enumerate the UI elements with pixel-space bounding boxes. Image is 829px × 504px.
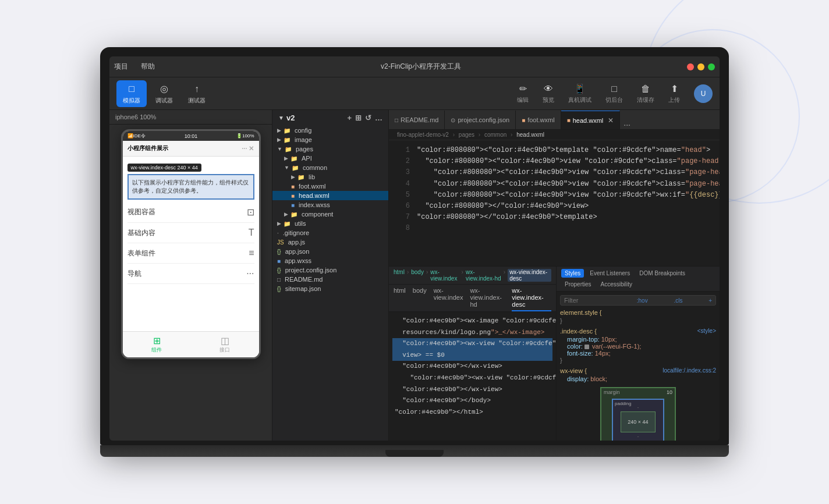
elem-wx-view-index[interactable]: wx-view.index [430,269,459,282]
prop-margin-top: margin-top: [567,336,600,343]
phone-menu-icon[interactable]: ··· ✕ [242,145,254,152]
elem-body[interactable]: body [411,269,424,282]
tab-close-head[interactable]: ✕ [608,116,614,125]
status-right: 🔋100% [236,133,254,139]
code-line-1: 1"color:#808080"><"color:#4ec9b0">templa… [389,145,720,156]
val-display: block; [590,375,607,382]
tree-item-pages[interactable]: ▼📁pages [272,144,388,154]
tree-item-API[interactable]: ▶📁API [272,154,388,163]
box-size: 240 × 44 [621,411,656,432]
minimize-button[interactable] [697,63,704,70]
style-rule-wx-view: wx-view { localfile:/.index.css:2 displa… [560,367,716,382]
file-tree-root: ▼ v2 + ⊞ ↺ … [272,110,388,126]
html-tab-wx-view-index[interactable]: wx-view.index [434,285,463,311]
tree-item-README-md[interactable]: □README.md [272,275,388,284]
style-source-link[interactable]: <style> [697,328,716,336]
preview-label: 预览 [543,96,554,104]
tree-item-lib[interactable]: ▶📁lib [272,172,388,182]
html-line-6: "color:#4ec9b0"></wx-view> [392,384,552,396]
tree-item--gitignore[interactable]: ·.gitignore [272,228,388,237]
tab-icon-head: ■ [567,117,571,123]
close-button[interactable] [687,63,694,70]
code-line-3: 3 "color:#808080"><"color:#4ec9b0">view … [389,167,720,178]
tree-item-sitemap-json[interactable]: {}sitemap.json [272,284,388,293]
wxml-icon: ■ [291,183,295,190]
elem-html[interactable]: html [394,269,405,282]
val-margin-top: 10px; [601,336,617,343]
styles-filter-input[interactable] [564,297,611,304]
tree-item-component[interactable]: ▶📁component [272,210,388,219]
code-editor[interactable]: 1"color:#808080"><"color:#4ec9b0">templa… [389,140,720,266]
wx-view-source[interactable]: localfile:/.index.css:2 [663,367,716,375]
styles-tab-accessibility[interactable]: Accessibility [597,280,636,289]
pseudo-cls[interactable]: .cls [674,297,682,304]
tree-item-head-wxml[interactable]: ■head.wxml [272,191,388,200]
tab-more[interactable]: ··· [620,120,634,129]
tab-foot-wxml[interactable]: ■ foot.wxml [516,111,561,129]
tree-item-app-js[interactable]: JSapp.js [272,237,388,247]
simulator-button[interactable]: □ 模拟器 [116,80,147,107]
tree-item-label: index.wxss [299,201,330,208]
device-debug-label: 真机调试 [568,96,591,104]
menu-project[interactable]: 项目 [114,62,128,72]
action-background[interactable]: □ 切后台 [601,81,628,107]
action-preview[interactable]: 👁 预览 [538,81,559,107]
elem-wx-view-index-hd[interactable]: wx-view.index-hd [466,269,501,282]
debugger-button[interactable]: ◎ 调试器 [149,80,179,107]
action-device-debug[interactable]: 📱 真机调试 [564,81,596,107]
action-clear-cache[interactable]: 🗑 清缓存 [632,81,659,107]
html-tab-body[interactable]: body [413,285,427,311]
new-folder-icon[interactable]: ⊞ [355,113,362,122]
styles-content: :hov .cls + element.style { } [557,292,720,441]
styles-tab-props[interactable]: Properties [561,280,595,289]
window-controls [687,63,715,70]
clear-cache-icon: 🗑 [640,83,651,95]
action-edit[interactable]: ✏ 编辑 [512,81,533,107]
html-tab-wx-view-desc[interactable]: wx-view.index-desc [512,285,551,311]
styles-tab-styles[interactable]: Styles [561,269,584,278]
html-code-panel: "color:#4ec9b0"><wx-image "color:#9cdcfe… [389,312,556,441]
tree-item-foot-wxml[interactable]: ■foot.wxml [272,182,388,191]
tab-project-config[interactable]: ⊙ project.config.json [445,111,516,129]
tree-item-utils[interactable]: ▶📁utils [272,219,388,228]
pseudo-hov[interactable]: :hov [637,297,648,304]
style-close-index-desc: } [560,357,716,364]
section-icon-3: ··· [246,268,254,279]
tree-item-label: API [302,155,312,162]
tree-item-image[interactable]: ▶📁image [272,135,388,144]
tab-readme[interactable]: □ README.md [389,111,445,129]
root-label[interactable]: v2 [286,113,295,122]
style-selector-element: element.style { [560,309,716,316]
highlighted-text: 以下指展示小程序官方组件能力，组件样式仅供参考，自定义供供参考。 [132,179,250,195]
elem-wx-view-index-desc[interactable]: wx-view.index-desc [508,269,551,282]
html-tab-html[interactable]: html [394,285,406,311]
nav-item-components[interactable]: ⊞ 组件 [123,334,191,355]
tree-item-index-wxss[interactable]: ■index.wxss [272,200,388,210]
user-avatar[interactable]: U [694,84,713,103]
pseudo-add[interactable]: + [708,297,712,304]
wxss-icon: ■ [291,202,295,208]
components-icon: ⊞ [153,335,161,346]
collapse-icon[interactable]: … [375,113,382,122]
menu-help[interactable]: 帮助 [141,62,155,72]
tree-item-label: pages [296,145,313,152]
new-file-icon[interactable]: + [347,113,352,122]
test-button[interactable]: ↑ 测试器 [182,80,212,107]
tree-item-project-config-json[interactable]: {}project.config.json [272,265,388,275]
tree-item-app-wxss[interactable]: ■app.wxss [272,256,388,265]
html-tab-wx-view-hd[interactable]: wx-view.index-hd [470,285,505,311]
tab-head-wxml[interactable]: ■ head.wxml ✕ [561,111,621,129]
refresh-icon[interactable]: ↺ [365,113,371,122]
maximize-button[interactable] [708,63,715,70]
nav-item-api[interactable]: ◫ 接口 [191,334,259,355]
action-upload[interactable]: ⬆ 上传 [664,81,685,107]
tree-item-common[interactable]: ▼📁common [272,163,388,172]
color-swatch [584,345,589,349]
styles-tab-dom[interactable]: DOM Breakpoints [636,269,689,278]
preview-header: iphone6 100% [109,110,272,125]
html-line-8: "color:#4ec9b0"></html> [392,407,552,418]
tree-item-app-json[interactable]: {}app.json [272,247,388,256]
styles-tab-events[interactable]: Event Listeners [586,269,633,278]
tree-item-config[interactable]: ▶📁config [272,126,388,135]
prop-color: color: [567,343,583,350]
